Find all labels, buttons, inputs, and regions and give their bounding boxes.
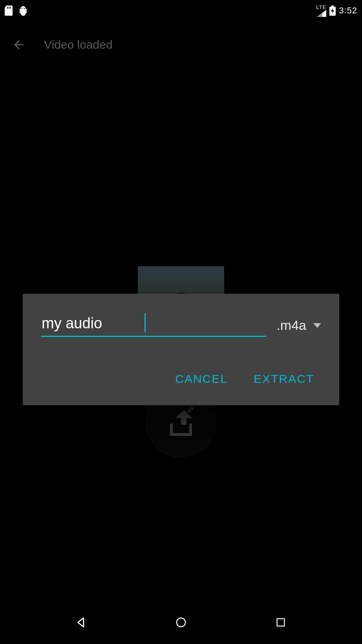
debug-icon (18, 5, 28, 16)
svg-point-0 (22, 8, 23, 9)
app-root: Video loaded .m4a (0, 21, 362, 623)
lte-signal-icon: LTE (316, 5, 326, 17)
nav-back-button[interactable] (66, 607, 97, 638)
status-clock: 3:52 (339, 5, 357, 16)
dialog-actions: CANCEL EXTRACT (41, 360, 321, 397)
lte-label: LTE (316, 5, 326, 10)
chevron-down-icon (313, 323, 321, 328)
cancel-button[interactable]: CANCEL (171, 366, 232, 392)
sd-card-icon (5, 5, 13, 16)
battery-charging-icon (329, 5, 336, 16)
extract-dialog: .m4a CANCEL EXTRACT (23, 294, 339, 405)
svg-rect-5 (277, 619, 285, 626)
android-status-bar: LTE 3:52 (0, 0, 362, 21)
status-left-group (5, 5, 28, 16)
nav-recents-button[interactable] (265, 607, 296, 638)
nav-home-button[interactable] (165, 607, 197, 638)
extension-selected-label: .m4a (276, 318, 306, 333)
svg-point-1 (24, 8, 25, 9)
extension-dropdown[interactable]: .m4a (276, 318, 321, 337)
filename-field-wrap (41, 312, 266, 337)
status-right-group: LTE 3:52 (316, 5, 357, 17)
filename-input[interactable] (41, 312, 266, 337)
android-nav-bar (0, 601, 362, 644)
text-caret (144, 313, 146, 332)
dialog-field-row: .m4a (41, 312, 321, 337)
svg-point-4 (177, 618, 186, 627)
extract-button[interactable]: EXTRACT (250, 366, 318, 392)
